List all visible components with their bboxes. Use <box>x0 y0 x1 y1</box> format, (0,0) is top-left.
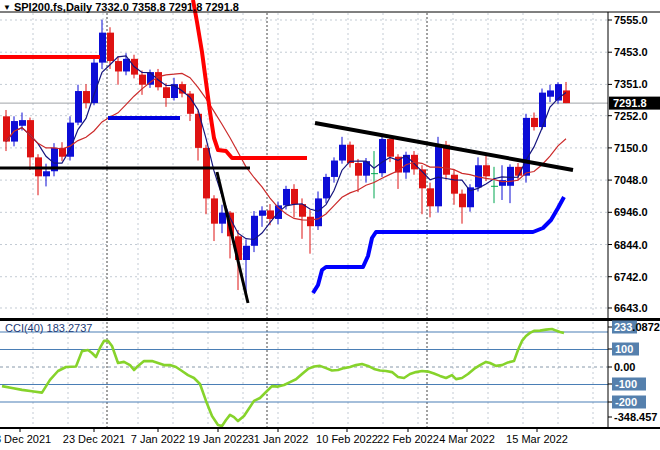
cci-indicator-label: CCI(40) 183.2737 <box>5 322 92 334</box>
time-axis[interactable]: 13 Dec 202123 Dec 20217 Jan 202219 Jan 2… <box>0 429 568 445</box>
date-tick-label: 10 Feb 2022 <box>316 433 378 445</box>
date-tick-label: 31 Jan 2022 <box>248 433 309 445</box>
price-tick-label: 6643.0 <box>614 302 648 314</box>
price-tick-label: 7555.0 <box>614 14 648 26</box>
chart-objects <box>0 0 573 303</box>
price-tick-label: 7351.0 <box>614 78 648 90</box>
price-tick-label: 7252.0 <box>614 110 648 122</box>
price-axis[interactable]: 7555.07453.07351.07252.07150.07048.06946… <box>608 14 660 314</box>
cci-level-label: -200 <box>615 396 637 408</box>
current-price-label: 7291.8 <box>613 97 647 109</box>
price-tick-label: 6844.0 <box>614 239 648 251</box>
cci-current-value-label: 233.0872 <box>614 321 660 333</box>
date-tick-label: 19 Jan 2022 <box>188 433 249 445</box>
price-tick-label: 7048.0 <box>614 174 648 186</box>
pane-borders <box>0 12 660 428</box>
date-tick-label: 4 Mar 2022 <box>439 433 495 445</box>
chart-title: ▼SPI200.fs,Daily 7332.0 7358.8 7291.8 72… <box>3 1 239 13</box>
symbol-dropdown-icon[interactable]: ▼ <box>3 3 11 12</box>
cci-level-label: 100 <box>615 343 633 355</box>
date-tick-label: 22 Feb 2022 <box>377 433 439 445</box>
chart-canvas[interactable]: 7555.07453.07351.07252.07150.07048.06946… <box>0 0 660 450</box>
price-tick-label: 6946.0 <box>614 206 648 218</box>
date-tick-label: 7 Jan 2022 <box>131 433 185 445</box>
price-tick-label: 7150.0 <box>614 142 648 154</box>
cci-line <box>2 329 564 426</box>
price-tick-label: 6742.0 <box>614 271 648 283</box>
date-tick-label: 13 Dec 2021 <box>0 433 51 445</box>
chart-window: ▼SPI200.fs,Daily 7332.0 7358.8 7291.8 72… <box>0 0 660 450</box>
date-tick-label: 23 Dec 2021 <box>63 433 125 445</box>
cci-tick-label: -348.457 <box>614 411 657 423</box>
cci-tick-label: 0.00 <box>614 361 635 373</box>
date-tick-label: 15 Mar 2022 <box>506 433 568 445</box>
price-tick-label: 7453.0 <box>614 46 648 58</box>
cci-indicator-pane[interactable] <box>0 329 608 426</box>
chart-title-text: SPI200.fs,Daily 7332.0 7358.8 7291.8 729… <box>14 1 239 13</box>
cci-level-label: -100 <box>615 378 637 390</box>
cci-axis[interactable]: 233.08721000.00-100-200-348.457 <box>608 321 660 424</box>
thick-red-ma-line[interactable] <box>193 0 307 158</box>
